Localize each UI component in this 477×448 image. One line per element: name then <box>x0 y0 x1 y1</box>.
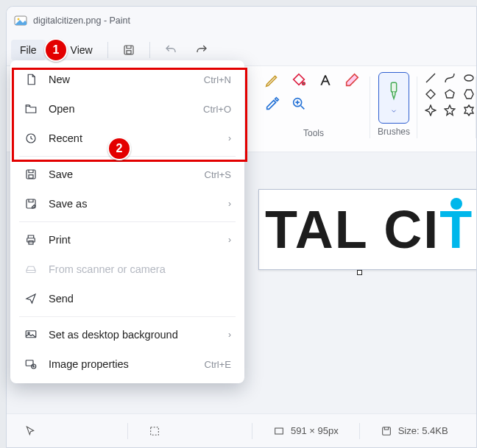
eraser-tool-icon[interactable] <box>344 72 360 88</box>
dimensions-icon <box>273 425 285 437</box>
line-shape-icon[interactable] <box>425 72 437 84</box>
svg-rect-8 <box>151 427 159 435</box>
oval-shape-icon[interactable] <box>463 72 475 84</box>
group-tools-label: Tools <box>303 128 324 138</box>
star6-shape-icon[interactable] <box>463 104 475 116</box>
menu-item-label: Image properties <box>49 358 194 370</box>
svg-rect-13 <box>29 175 33 179</box>
star4-shape-icon[interactable] <box>425 104 437 116</box>
menu-item-label: Recent <box>49 132 218 144</box>
svg-rect-15 <box>27 238 35 242</box>
menu-item-label: Open <box>49 103 193 115</box>
menu-item-label: Print <box>49 234 218 246</box>
menu-item-set-as-desktop-background[interactable]: Set as desktop background› <box>15 320 240 349</box>
menu-item-save[interactable]: SaveCtrl+S <box>15 160 240 189</box>
chevron-right-icon: › <box>228 235 231 245</box>
save-as-icon <box>24 196 38 211</box>
file-size-segment: Size: 5.4KB <box>372 425 457 437</box>
svg-rect-17 <box>26 271 35 273</box>
callout-badge-2: 2 <box>107 137 131 160</box>
pencil-tool-icon[interactable] <box>264 72 280 88</box>
menu-item-label: Set as desktop background <box>49 329 218 341</box>
menu-item-label: Save as <box>49 198 218 210</box>
menu-item-shortcut: Ctrl+S <box>205 169 231 180</box>
menu-separator <box>19 221 236 222</box>
menu-file[interactable]: File <box>11 40 46 60</box>
menu-item-save-as[interactable]: Save as› <box>15 189 240 218</box>
svg-rect-6 <box>391 82 396 92</box>
svg-point-4 <box>303 82 305 85</box>
canvas[interactable]: TAL CIT <box>258 189 476 270</box>
svg-rect-3 <box>127 51 131 54</box>
curve-shape-icon[interactable] <box>444 72 456 84</box>
canvas-content-text: TAL CIT <box>265 199 473 260</box>
redo-button[interactable] <box>187 38 216 63</box>
menu-item-send[interactable]: Send <box>15 284 240 313</box>
svg-rect-10 <box>382 427 390 435</box>
save-quick-button[interactable] <box>114 38 144 63</box>
menu-item-from-scanner-or-camera: From scanner or camera <box>15 255 240 284</box>
menu-item-print[interactable]: Print› <box>15 225 240 255</box>
chevron-right-icon: › <box>228 133 231 143</box>
group-shapes <box>417 71 476 152</box>
fill-tool-icon[interactable] <box>291 72 307 88</box>
svg-point-1 <box>18 18 20 21</box>
chevron-right-icon: › <box>228 330 231 340</box>
selection-icon <box>149 425 160 437</box>
dimensions-value: 591 × 95px <box>291 425 339 436</box>
save-icon <box>24 167 38 182</box>
menu-item-shortcut: Ctrl+N <box>204 74 231 85</box>
scanner-icon <box>24 262 38 277</box>
text-tool-icon[interactable] <box>317 72 333 88</box>
properties-icon <box>24 357 38 371</box>
file-size-value: Size: 5.4KB <box>398 425 448 436</box>
menu-item-new[interactable]: NewCtrl+N <box>15 65 240 94</box>
cursor-pos-segment <box>15 425 45 437</box>
callout-badge-1: 1 <box>44 38 68 62</box>
menu-item-shortcut: Ctrl+O <box>203 104 231 115</box>
menu-item-open[interactable]: OpenCtrl+O <box>15 94 240 124</box>
brushes-button[interactable] <box>378 72 409 124</box>
print-icon <box>24 232 38 247</box>
app-icon <box>14 14 27 27</box>
window-title: digitalcitizen.png - Paint <box>33 15 130 26</box>
divider <box>107 42 108 58</box>
dimensions-segment: 591 × 95px <box>264 425 347 437</box>
svg-rect-16 <box>29 241 33 245</box>
picker-tool-icon[interactable] <box>264 96 280 112</box>
desktop-bg-icon <box>24 327 38 342</box>
divider <box>149 42 150 58</box>
menu-item-label: Save <box>49 168 194 180</box>
selection-handle[interactable] <box>357 270 362 275</box>
menu-item-label: From scanner or camera <box>49 263 231 275</box>
menu-item-label: Send <box>49 293 231 305</box>
disk-icon <box>381 425 392 437</box>
selection-size-segment <box>140 425 169 437</box>
svg-rect-9 <box>275 428 283 434</box>
file-menu-dropdown: NewCtrl+NOpenCtrl+ORecent›SaveCtrl+SSave… <box>10 60 244 383</box>
pentagon-shape-icon[interactable] <box>444 88 456 100</box>
svg-rect-2 <box>124 46 133 54</box>
chevron-right-icon: › <box>228 199 231 209</box>
star5-shape-icon[interactable] <box>444 104 456 116</box>
hexagon-shape-icon[interactable] <box>463 88 475 100</box>
diamond-shape-icon[interactable] <box>425 88 437 100</box>
svg-point-7 <box>464 75 473 81</box>
cursor-icon <box>24 425 36 437</box>
menu-item-image-properties[interactable]: Image propertiesCtrl+E <box>15 349 240 379</box>
folder-open-icon <box>24 102 38 116</box>
menu-item-shortcut: Ctrl+E <box>205 359 231 370</box>
file-new-icon <box>24 72 38 87</box>
clock-icon <box>24 131 38 146</box>
zoom-tool-icon[interactable] <box>291 96 307 112</box>
group-tools: Tools <box>257 71 370 152</box>
group-brushes: Brushes <box>370 71 417 152</box>
svg-rect-12 <box>26 170 35 179</box>
undo-button[interactable] <box>156 38 186 63</box>
titlebar: digitalcitizen.png - Paint <box>7 7 476 35</box>
send-icon <box>24 291 38 306</box>
statusbar: 591 × 95px Size: 5.4KB <box>7 413 476 447</box>
group-brushes-label: Brushes <box>378 127 410 137</box>
menu-item-label: New <box>49 74 194 85</box>
menu-separator <box>19 316 236 317</box>
